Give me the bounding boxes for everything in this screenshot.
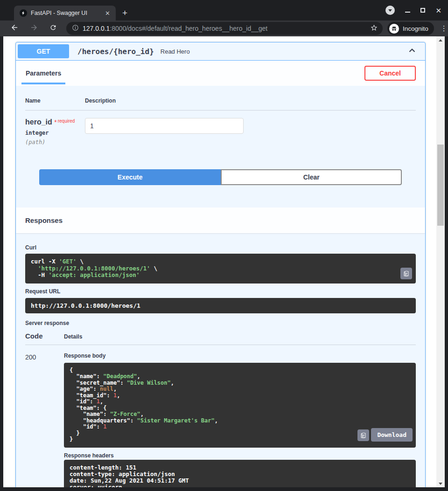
parameters-section: Name Description hero_id *required integ… <box>16 86 425 196</box>
column-description: Description <box>85 97 416 104</box>
curl-label: Curl <box>25 244 416 251</box>
column-details: Details <box>64 333 416 340</box>
tab-title: FastAPI - Swagger UI <box>31 10 103 16</box>
fastapi-favicon-icon <box>20 9 27 17</box>
response-body-block: { "name": "Deadpond", "secret_name": "Di… <box>64 363 416 448</box>
scroll-down-icon[interactable] <box>436 480 445 487</box>
scrollbar-thumb[interactable] <box>437 145 444 226</box>
column-code: Code <box>25 332 64 340</box>
opblock-summary[interactable]: GET /heroes/{hero_id} Read Hero <box>16 42 425 61</box>
response-body-label: Response body <box>64 353 416 359</box>
request-url-value: http://127.0.0.1:8000/heroes/1 <box>31 302 410 309</box>
url-path: :8000/docs#/default/read_hero_heroes__he… <box>110 25 267 32</box>
tab-search-icon[interactable] <box>385 6 395 15</box>
incognito-label: Incognito <box>403 25 428 32</box>
parameter-name-cell: hero_id *required integer (path) <box>25 118 85 145</box>
incognito-badge: Incognito <box>387 22 434 35</box>
url-bar[interactable]: 127.0.0.1:8000/docs#/default/read_hero_h… <box>66 22 383 35</box>
request-url-label: Request URL <box>25 288 416 295</box>
column-name: Name <box>25 97 85 104</box>
curl-block: curl -X 'GET' \ 'http://127.0.0.1:8000/h… <box>25 254 416 284</box>
page-viewport: GET /heroes/{hero_id} Read Hero Paramete… <box>3 36 445 487</box>
url-host: 127.0.0.1 <box>83 25 110 32</box>
browser-menu-icon[interactable]: ⋮ <box>441 24 448 33</box>
chevron-up-icon[interactable] <box>406 44 419 59</box>
download-button[interactable]: Download <box>371 428 413 442</box>
incognito-icon <box>389 24 399 34</box>
parameter-location: (path) <box>25 139 85 145</box>
response-headers-block: content-length: 151 content-type: applic… <box>64 460 416 488</box>
scroll-up-icon[interactable] <box>436 36 445 44</box>
hero-id-input[interactable] <box>85 118 244 134</box>
parameters-header: Parameters Cancel <box>16 61 425 86</box>
reload-icon[interactable] <box>49 24 57 33</box>
copy-response-button[interactable] <box>357 429 369 441</box>
browser-tab-strip: FastAPI - Swagger UI ✕ + ✕ <box>0 0 448 21</box>
parameter-name: hero_id <box>25 118 52 126</box>
execute-button[interactable]: Execute <box>39 169 221 185</box>
scrollbar[interactable] <box>436 36 445 487</box>
response-details-cell: Response body { "name": "Deadpond", "sec… <box>64 353 416 488</box>
responses-section-header: Responses <box>16 207 425 233</box>
tab-close-icon[interactable]: ✕ <box>103 10 112 17</box>
site-info-icon[interactable] <box>72 24 79 33</box>
request-url-block: http://127.0.0.1:8000/heroes/1 <box>25 298 416 313</box>
browser-tab[interactable]: FastAPI - Swagger UI ✕ <box>14 6 116 21</box>
parameters-table-header: Name Description <box>25 97 416 111</box>
curl-command: curl -X 'GET' \ 'http://127.0.0.1:8000/h… <box>31 258 410 279</box>
required-asterisk: * <box>54 118 56 126</box>
http-method-badge: GET <box>18 44 69 58</box>
parameter-type: integer <box>25 130 85 136</box>
server-response-table-header: Code Details <box>25 332 416 345</box>
cancel-button[interactable]: Cancel <box>364 66 416 81</box>
forward-icon[interactable] <box>30 23 38 34</box>
responses-section: Curl curl -X 'GET' \ 'http://127.0.0.1:8… <box>16 233 425 487</box>
url-text[interactable]: 127.0.0.1:8000/docs#/default/read_hero_h… <box>83 25 370 32</box>
new-tab-icon[interactable]: + <box>122 8 127 17</box>
maximize-icon[interactable] <box>420 8 425 13</box>
minimize-icon[interactable] <box>405 12 410 13</box>
back-icon[interactable] <box>10 23 19 34</box>
clear-button[interactable]: Clear <box>221 169 402 185</box>
response-headers-label: Response headers <box>64 452 416 459</box>
server-response-row: 200 Response body { "name": "Deadpond", … <box>25 345 416 488</box>
window-close-icon[interactable]: ✕ <box>435 7 441 14</box>
tab-parameters[interactable]: Parameters <box>21 61 65 84</box>
status-code: 200 <box>25 353 64 488</box>
response-headers-text: content-length: 151 content-type: applic… <box>70 464 410 488</box>
opblock-get-hero: GET /heroes/{hero_id} Read Hero Paramete… <box>15 42 426 487</box>
copy-curl-button[interactable] <box>400 268 412 279</box>
swagger-page: GET /heroes/{hero_id} Read Hero Paramete… <box>3 36 436 487</box>
server-response-label: Server response <box>25 320 416 326</box>
responses-title: Responses <box>25 216 63 224</box>
endpoint-path: /heroes/{hero_id} <box>77 47 154 56</box>
required-label: required <box>58 118 75 124</box>
parameter-value-cell <box>85 118 416 145</box>
browser-toolbar: 127.0.0.1:8000/docs#/default/read_hero_h… <box>0 21 448 36</box>
endpoint-summary: Read Hero <box>161 48 406 55</box>
parameter-row: hero_id *required integer (path) <box>25 111 416 145</box>
bookmark-star-icon[interactable] <box>370 24 378 34</box>
execute-row: Execute Clear <box>39 169 402 185</box>
